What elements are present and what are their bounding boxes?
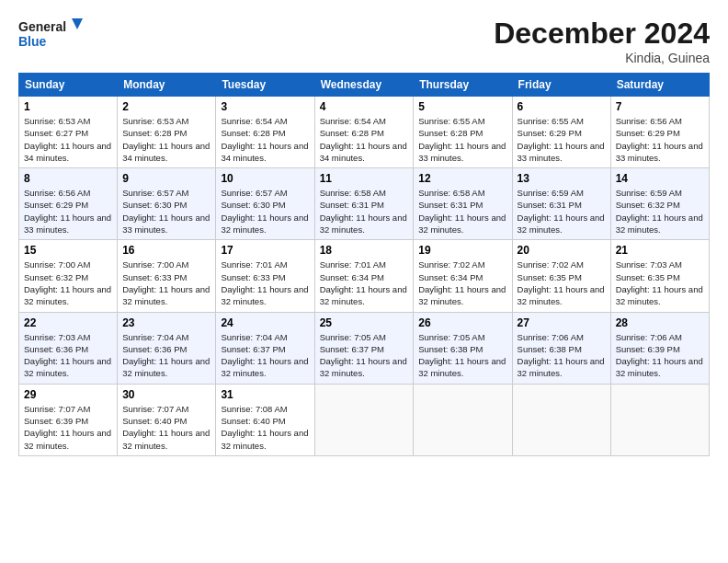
calendar-cell: 31 Sunrise: 7:08 AMSunset: 6:40 PMDaylig… (216, 384, 314, 455)
day-info: Sunrise: 6:55 AMSunset: 6:29 PMDaylight:… (518, 116, 605, 163)
day-number: 8 (24, 172, 112, 185)
calendar-cell: 1 Sunrise: 6:53 AMSunset: 6:27 PMDayligh… (19, 97, 118, 168)
day-info: Sunrise: 7:08 AMSunset: 6:40 PMDaylight:… (221, 404, 308, 451)
day-number: 14 (616, 172, 704, 185)
logo: General Blue (18, 17, 83, 53)
calendar-table: SundayMondayTuesdayWednesdayThursdayFrid… (18, 73, 710, 456)
day-info: Sunrise: 6:53 AMSunset: 6:28 PMDaylight:… (122, 116, 210, 163)
day-number: 21 (616, 244, 704, 257)
day-number: 11 (320, 172, 409, 185)
calendar-cell: 11 Sunrise: 6:58 AMSunset: 6:31 PMDaylig… (314, 168, 414, 240)
day-info: Sunrise: 6:53 AMSunset: 6:27 PMDaylight:… (24, 116, 111, 163)
calendar-cell: 3 Sunrise: 6:54 AMSunset: 6:28 PMDayligh… (216, 97, 314, 168)
calendar-cell: 21 Sunrise: 7:03 AMSunset: 6:35 PMDaylig… (610, 240, 709, 312)
day-info: Sunrise: 7:02 AMSunset: 6:34 PMDaylight:… (418, 259, 506, 306)
calendar-cell: 23 Sunrise: 7:04 AMSunset: 6:36 PMDaylig… (118, 312, 216, 384)
day-info: Sunrise: 6:58 AMSunset: 6:31 PMDaylight:… (320, 188, 407, 235)
calendar-cell: 4 Sunrise: 6:54 AMSunset: 6:28 PMDayligh… (314, 97, 414, 168)
day-number: 5 (418, 100, 506, 113)
calendar-cell: 9 Sunrise: 6:57 AMSunset: 6:30 PMDayligh… (118, 168, 216, 240)
day-info: Sunrise: 6:58 AMSunset: 6:31 PMDaylight:… (418, 188, 506, 235)
svg-text:Blue: Blue (18, 34, 47, 49)
svg-text:General: General (18, 19, 66, 34)
day-number: 7 (616, 100, 704, 113)
day-number: 27 (518, 316, 606, 329)
day-number: 12 (418, 172, 506, 185)
col-header-monday: Monday (118, 74, 216, 97)
day-info: Sunrise: 7:01 AMSunset: 6:34 PMDaylight:… (320, 259, 407, 306)
calendar-cell: 12 Sunrise: 6:58 AMSunset: 6:31 PMDaylig… (414, 168, 512, 240)
calendar-cell: 27 Sunrise: 7:06 AMSunset: 6:38 PMDaylig… (512, 312, 610, 384)
calendar-cell: 13 Sunrise: 6:59 AMSunset: 6:31 PMDaylig… (512, 168, 610, 240)
day-info: Sunrise: 7:04 AMSunset: 6:37 PMDaylight:… (221, 332, 308, 379)
day-info: Sunrise: 6:57 AMSunset: 6:30 PMDaylight:… (122, 188, 210, 235)
calendar-cell: 6 Sunrise: 6:55 AMSunset: 6:29 PMDayligh… (512, 97, 610, 168)
day-number: 22 (24, 316, 112, 329)
day-number: 29 (24, 388, 112, 401)
calendar-cell: 14 Sunrise: 6:59 AMSunset: 6:32 PMDaylig… (610, 168, 709, 240)
day-number: 24 (221, 316, 309, 329)
day-number: 17 (221, 244, 309, 257)
day-info: Sunrise: 7:07 AMSunset: 6:40 PMDaylight:… (122, 404, 210, 451)
day-info: Sunrise: 7:02 AMSunset: 6:35 PMDaylight:… (518, 259, 605, 306)
day-info: Sunrise: 7:05 AMSunset: 6:38 PMDaylight:… (418, 332, 506, 379)
day-info: Sunrise: 7:06 AMSunset: 6:38 PMDaylight:… (518, 332, 605, 379)
location: Kindia, Guinea (494, 51, 710, 65)
calendar-cell: 5 Sunrise: 6:55 AMSunset: 6:28 PMDayligh… (414, 97, 512, 168)
calendar-cell: 15 Sunrise: 7:00 AMSunset: 6:32 PMDaylig… (19, 240, 118, 312)
day-info: Sunrise: 6:54 AMSunset: 6:28 PMDaylight:… (320, 116, 407, 163)
col-header-tuesday: Tuesday (216, 74, 314, 97)
day-info: Sunrise: 6:59 AMSunset: 6:31 PMDaylight:… (518, 188, 605, 235)
calendar-cell (512, 384, 610, 455)
day-number: 20 (518, 244, 606, 257)
col-header-thursday: Thursday (414, 74, 512, 97)
day-number: 31 (221, 388, 309, 401)
calendar-cell: 19 Sunrise: 7:02 AMSunset: 6:34 PMDaylig… (414, 240, 512, 312)
day-number: 23 (122, 316, 210, 329)
day-info: Sunrise: 7:03 AMSunset: 6:35 PMDaylight:… (616, 259, 703, 306)
day-info: Sunrise: 7:06 AMSunset: 6:39 PMDaylight:… (616, 332, 703, 379)
calendar-cell: 10 Sunrise: 6:57 AMSunset: 6:30 PMDaylig… (216, 168, 314, 240)
day-info: Sunrise: 6:56 AMSunset: 6:29 PMDaylight:… (24, 188, 111, 235)
calendar-cell: 29 Sunrise: 7:07 AMSunset: 6:39 PMDaylig… (19, 384, 118, 455)
day-info: Sunrise: 6:57 AMSunset: 6:30 PMDaylight:… (221, 188, 308, 235)
col-header-wednesday: Wednesday (314, 74, 414, 97)
day-info: Sunrise: 7:03 AMSunset: 6:36 PMDaylight:… (24, 332, 111, 379)
title-block: December 2024 Kindia, Guinea (494, 17, 710, 65)
day-info: Sunrise: 6:54 AMSunset: 6:28 PMDaylight:… (221, 116, 308, 163)
day-number: 15 (24, 244, 112, 257)
col-header-saturday: Saturday (610, 74, 709, 97)
calendar-cell: 16 Sunrise: 7:00 AMSunset: 6:33 PMDaylig… (118, 240, 216, 312)
col-header-sunday: Sunday (19, 74, 118, 97)
calendar-cell: 22 Sunrise: 7:03 AMSunset: 6:36 PMDaylig… (19, 312, 118, 384)
calendar-cell (610, 384, 709, 455)
calendar-cell: 8 Sunrise: 6:56 AMSunset: 6:29 PMDayligh… (19, 168, 118, 240)
calendar-cell: 30 Sunrise: 7:07 AMSunset: 6:40 PMDaylig… (118, 384, 216, 455)
header: General Blue December 2024 Kindia, Guine… (18, 17, 710, 65)
day-number: 13 (518, 172, 606, 185)
day-number: 26 (418, 316, 506, 329)
day-number: 9 (122, 172, 210, 185)
col-header-friday: Friday (512, 74, 610, 97)
day-info: Sunrise: 6:55 AMSunset: 6:28 PMDaylight:… (418, 116, 506, 163)
day-info: Sunrise: 7:05 AMSunset: 6:37 PMDaylight:… (320, 332, 407, 379)
day-number: 4 (320, 100, 409, 113)
calendar-cell: 17 Sunrise: 7:01 AMSunset: 6:33 PMDaylig… (216, 240, 314, 312)
svg-marker-2 (72, 18, 83, 29)
calendar-cell: 20 Sunrise: 7:02 AMSunset: 6:35 PMDaylig… (512, 240, 610, 312)
day-info: Sunrise: 7:01 AMSunset: 6:33 PMDaylight:… (221, 259, 308, 306)
day-number: 16 (122, 244, 210, 257)
calendar-cell: 24 Sunrise: 7:04 AMSunset: 6:37 PMDaylig… (216, 312, 314, 384)
day-number: 28 (616, 316, 704, 329)
day-info: Sunrise: 7:00 AMSunset: 6:33 PMDaylight:… (122, 259, 210, 306)
calendar-cell (314, 384, 414, 455)
day-number: 3 (221, 100, 309, 113)
month-title: December 2024 (494, 17, 710, 51)
day-number: 1 (24, 100, 112, 113)
calendar-cell: 2 Sunrise: 6:53 AMSunset: 6:28 PMDayligh… (118, 97, 216, 168)
calendar-cell: 25 Sunrise: 7:05 AMSunset: 6:37 PMDaylig… (314, 312, 414, 384)
day-number: 2 (122, 100, 210, 113)
day-info: Sunrise: 7:00 AMSunset: 6:32 PMDaylight:… (24, 259, 111, 306)
day-info: Sunrise: 7:07 AMSunset: 6:39 PMDaylight:… (24, 404, 111, 451)
calendar-cell: 28 Sunrise: 7:06 AMSunset: 6:39 PMDaylig… (610, 312, 709, 384)
